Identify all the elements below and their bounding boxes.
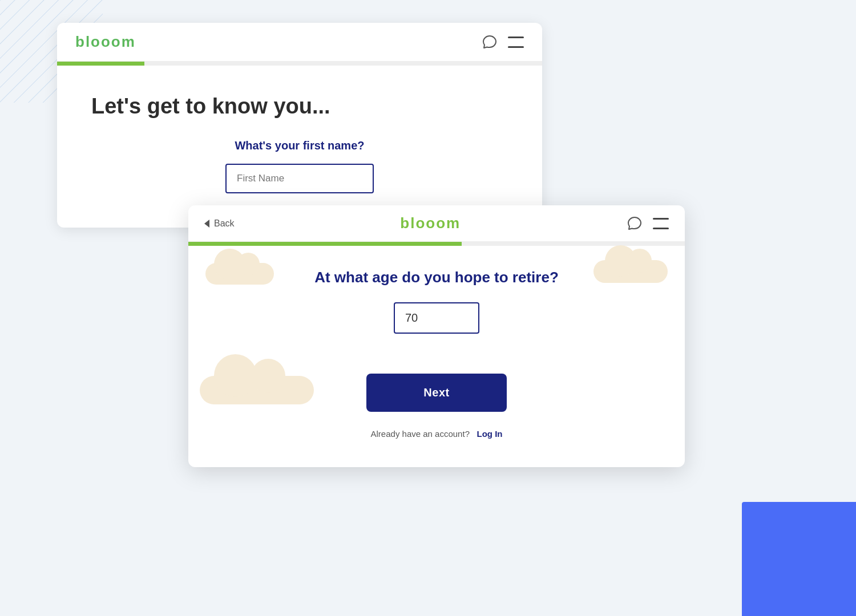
retire-question-label: At what age do you hope to retire? — [223, 269, 651, 286]
cloud-bottom-left — [200, 376, 314, 404]
account-text: Already have an account? — [371, 429, 470, 439]
card-back-header: blooom — [57, 23, 542, 62]
front-card-logo: blooom — [400, 214, 461, 232]
retire-age-card: Back blooom At what age do you hope to r… — [188, 205, 685, 467]
card-front-header: Back blooom — [188, 205, 685, 242]
retire-age-input[interactable] — [394, 302, 479, 334]
back-button[interactable]: Back — [204, 218, 235, 229]
back-card-progress-bar — [57, 62, 542, 66]
retire-question-area: At what age do you hope to retire? — [223, 269, 651, 345]
first-name-card: blooom Let's get to know you... What's y… — [57, 23, 542, 228]
front-card-header-icons — [627, 216, 669, 232]
back-card-title: Let's get to know you... — [91, 94, 508, 119]
first-name-input[interactable] — [225, 164, 374, 193]
blue-rect-decoration — [742, 502, 856, 616]
next-button[interactable]: Next — [366, 374, 506, 412]
login-link[interactable]: Log In — [477, 429, 502, 439]
back-card-progress-fill — [57, 62, 144, 66]
chat-icon[interactable] — [482, 34, 498, 50]
front-card-body: At what age do you hope to retire? Next … — [188, 246, 685, 467]
back-card-body: Let's get to know you... What's your fir… — [57, 66, 542, 228]
back-card-header-icons — [482, 34, 524, 50]
login-text-area: Already have an account? Log In — [223, 429, 651, 439]
front-chat-icon[interactable] — [627, 216, 643, 232]
menu-icon[interactable] — [508, 37, 524, 48]
chevron-left-icon — [204, 220, 209, 228]
back-card-logo: blooom — [75, 33, 136, 51]
back-label: Back — [214, 218, 235, 229]
front-card-progress-fill — [188, 242, 462, 246]
first-name-question: What's your first name? — [91, 139, 508, 152]
front-card-progress-bar — [188, 242, 685, 246]
front-menu-icon[interactable] — [653, 218, 669, 229]
